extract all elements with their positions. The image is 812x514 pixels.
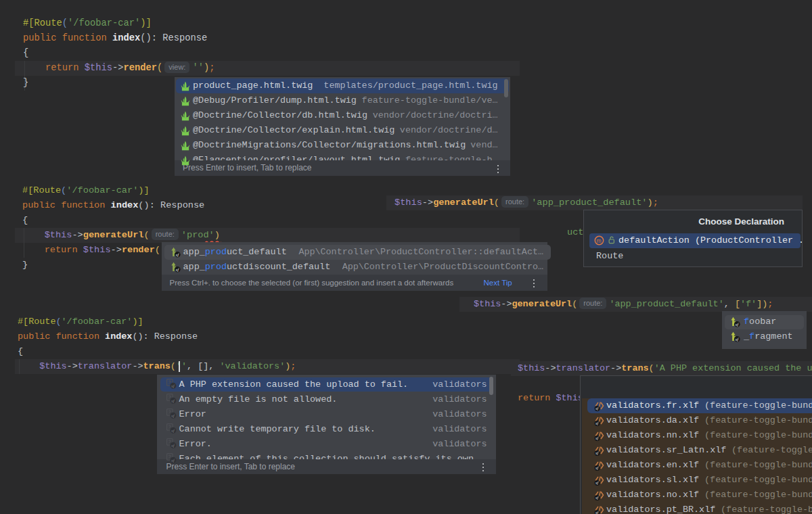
svg-text:m: m — [596, 237, 601, 244]
